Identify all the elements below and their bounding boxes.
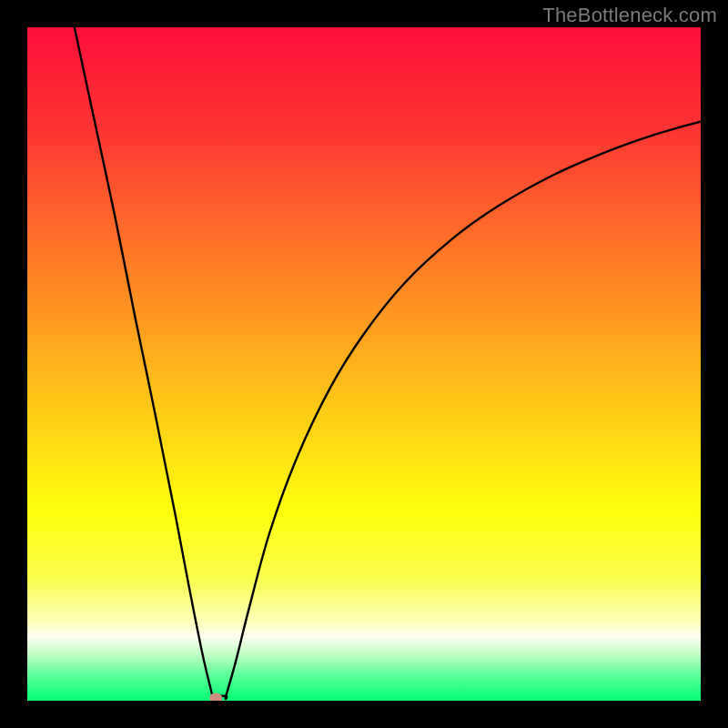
watermark-text: TheBottleneck.com (542, 4, 717, 27)
gradient-background (27, 27, 701, 701)
plot-area (27, 27, 701, 701)
plot-svg (27, 27, 701, 701)
chart-frame: TheBottleneck.com (0, 0, 728, 728)
